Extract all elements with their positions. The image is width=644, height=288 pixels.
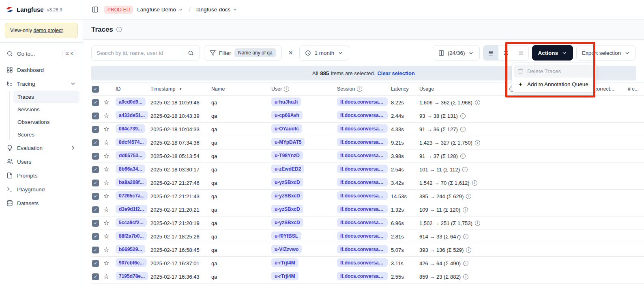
- user-badge[interactable]: u-MYpDAT5: [271, 138, 305, 146]
- trace-id-badge[interactable]: b669529...: [116, 245, 145, 253]
- star-icon[interactable]: [103, 219, 109, 226]
- row-checkbox[interactable]: [92, 180, 99, 186]
- header-usage[interactable]: Usage: [419, 86, 509, 92]
- row-checkbox[interactable]: [92, 206, 99, 213]
- star-icon[interactable]: [103, 126, 109, 132]
- star-icon[interactable]: [103, 246, 109, 253]
- sidebar-item-evaluation[interactable]: Evaluation: [3, 141, 79, 155]
- row-height-medium-button[interactable]: [498, 45, 513, 60]
- star-icon[interactable]: [103, 179, 109, 186]
- table-row[interactable]: 07265c7a... 2025-02-17 21:21:43 qa u-yzS…: [91, 190, 644, 203]
- column-visibility-button[interactable]: (24/36): [433, 45, 480, 61]
- table-row[interactable]: ba8a208f... 2025-02-17 21:27:46 qa u-yzS…: [91, 176, 644, 190]
- row-checkbox[interactable]: [92, 220, 99, 227]
- user-badge[interactable]: u-yzSBxcD: [271, 191, 303, 200]
- clear-selection-link[interactable]: Clear selection: [377, 70, 415, 76]
- filter-button[interactable]: Filter Name any of qa: [204, 45, 282, 61]
- row-checkbox[interactable]: [92, 247, 99, 253]
- search-submit-button[interactable]: [182, 45, 200, 60]
- trace-id-badge[interactable]: 7195d78e...: [116, 272, 148, 280]
- session-badge[interactable]: lf.docs.conversation...: [337, 232, 388, 240]
- trace-id-badge[interactable]: d3e9d1f2...: [116, 205, 147, 213]
- user-badge[interactable]: u-huJhuJi: [271, 97, 301, 106]
- header-score-truncated[interactable]: # c...: [628, 86, 644, 92]
- sidebar-item-observations[interactable]: Observations: [13, 116, 79, 128]
- session-badge[interactable]: lf.docs.conversation...: [337, 191, 388, 200]
- row-checkbox[interactable]: [92, 153, 99, 160]
- user-badge[interactable]: u-yzSBxcD: [271, 178, 303, 186]
- session-badge[interactable]: lf.docs.conversation...: [337, 218, 388, 227]
- filter-chip[interactable]: Name any of qa: [234, 48, 276, 57]
- star-icon[interactable]: [103, 112, 109, 119]
- row-height-large-button[interactable]: [513, 45, 528, 60]
- header-user[interactable]: User: [271, 86, 337, 92]
- trace-id-badge[interactable]: dd05753...: [116, 151, 146, 160]
- trace-id-badge[interactable]: 8b66a34...: [116, 165, 145, 173]
- user-badge[interactable]: u-T98YnzD: [271, 151, 303, 160]
- session-badge[interactable]: lf.docs.conversation...: [337, 272, 388, 280]
- header-latency[interactable]: Latency: [391, 86, 419, 92]
- session-badge[interactable]: lf.docs.conversation...: [337, 205, 388, 213]
- header-timestamp[interactable]: Timestamp: [150, 86, 211, 92]
- user-badge[interactable]: u-rTrjl4M: [271, 272, 298, 280]
- star-icon[interactable]: [103, 139, 109, 146]
- trace-id-badge[interactable]: 5cca9cf2...: [116, 218, 147, 227]
- row-checkbox[interactable]: [92, 166, 99, 173]
- user-badge[interactable]: u-zEwdED2: [271, 165, 304, 173]
- table-row[interactable]: a433de51... 2025-02-18 10:43:39 qa u-cp6…: [91, 109, 644, 123]
- sidebar-item-dashboard[interactable]: Dashboard: [3, 63, 79, 77]
- star-icon[interactable]: [103, 206, 109, 213]
- trace-id-badge[interactable]: 88f2a7b0...: [116, 232, 147, 240]
- trace-id-badge[interactable]: 07265c7a...: [116, 191, 148, 200]
- star-icon[interactable]: [103, 152, 109, 159]
- session-badge[interactable]: lf.docs.conversation...: [337, 111, 388, 119]
- sidebar-item-traces[interactable]: Traces: [13, 91, 79, 103]
- trace-id-badge[interactable]: 8dcf4574...: [116, 138, 147, 146]
- trace-id-badge[interactable]: a433de51...: [116, 111, 148, 119]
- table-row[interactable]: a0cd0d9... 2025-02-18 10:59:46 qa u-huJh…: [91, 96, 644, 109]
- sidebar-toggle-button[interactable]: [90, 4, 100, 15]
- session-badge[interactable]: lf.docs.conversation...: [337, 151, 388, 160]
- user-badge[interactable]: u-OYauofc: [271, 124, 302, 133]
- org-selector[interactable]: Langfuse Demo: [137, 6, 183, 13]
- table-row[interactable]: 88f2a7b0... 2025-02-17 18:25:26 qa u-f0Y…: [91, 230, 644, 243]
- table-row[interactable]: b669529... 2025-02-17 16:58:45 qa u-VIZz…: [91, 243, 644, 257]
- user-badge[interactable]: u-yzSBxcD: [271, 218, 303, 227]
- sidebar-item-prompts[interactable]: Prompts: [3, 169, 79, 182]
- table-row[interactable]: 8dcf4574... 2025-02-18 07:34:36 qa u-MYp…: [91, 136, 644, 149]
- search-input[interactable]: [92, 45, 182, 60]
- sidebar-item-playground[interactable]: Playground: [3, 182, 79, 196]
- trace-id-badge[interactable]: ba8a208f...: [116, 178, 147, 186]
- row-checkbox[interactable]: [92, 113, 99, 119]
- header-id[interactable]: ID: [116, 86, 150, 92]
- table-row[interactable]: d3e9d1f2... 2025-02-17 21:20:21 qa u-yzS…: [91, 203, 644, 217]
- row-height-small-button[interactable]: [483, 45, 498, 60]
- row-checkbox[interactable]: [92, 273, 99, 280]
- session-badge[interactable]: lf.docs.conversation...: [337, 178, 388, 186]
- project-selector[interactable]: langfuse-docs: [196, 6, 238, 13]
- user-badge[interactable]: u-f0YfBSL: [271, 232, 301, 240]
- star-icon[interactable]: [103, 260, 109, 266]
- row-checkbox[interactable]: [92, 99, 99, 106]
- row-checkbox[interactable]: [92, 233, 99, 240]
- sidebar-item-users[interactable]: Users: [3, 155, 79, 169]
- user-badge[interactable]: u-VIZzvwo: [271, 245, 302, 253]
- select-all-checkbox[interactable]: [92, 86, 99, 93]
- table-row[interactable]: 7195d78e... 2025-02-17 16:36:43 qa u-rTr…: [91, 270, 644, 284]
- export-selection-button[interactable]: Export selection: [576, 45, 636, 61]
- table-row[interactable]: dd05753... 2025-02-18 05:13:54 qa u-T98Y…: [91, 149, 644, 163]
- row-checkbox[interactable]: [92, 193, 99, 200]
- session-badge[interactable]: lf.docs.conversation...: [337, 124, 388, 133]
- actions-button[interactable]: Actions: [532, 45, 573, 61]
- session-badge[interactable]: lf.docs.conversation...: [337, 165, 388, 173]
- user-badge[interactable]: u-rTrjl4M: [271, 258, 298, 267]
- star-icon[interactable]: [103, 99, 109, 106]
- trace-id-badge[interactable]: 084c739...: [116, 124, 145, 133]
- menu-item-add-to-annotation-queue[interactable]: + Add to Annotation Queue: [514, 78, 594, 91]
- user-badge[interactable]: u-cp66Avh: [271, 111, 303, 119]
- row-checkbox[interactable]: [92, 260, 99, 267]
- session-badge[interactable]: lf.docs.conversation...: [337, 245, 388, 253]
- timerange-selector[interactable]: 1 month: [299, 45, 349, 61]
- trace-id-badge[interactable]: a0cd0d9...: [116, 97, 146, 106]
- session-badge[interactable]: lf.docs.conversation...: [337, 258, 388, 267]
